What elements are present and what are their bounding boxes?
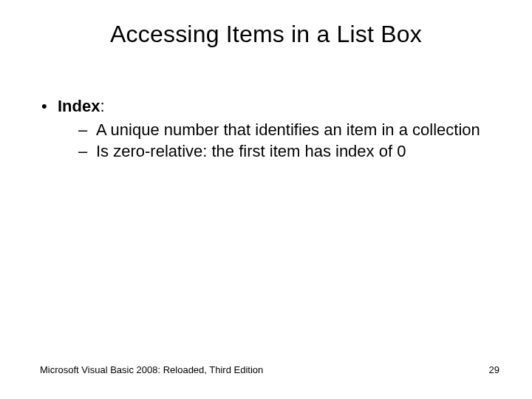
page-number: 29 — [489, 364, 499, 375]
slide: Accessing Items in a List Box Index: A u… — [0, 0, 532, 399]
bullet-term: Index — [58, 97, 100, 115]
bullet-term-colon: : — [100, 97, 104, 115]
bullet-level1: Index: — [40, 96, 488, 117]
slide-body: Index: A unique number that identifies a… — [40, 96, 488, 163]
bullet-level2: A unique number that identifies an item … — [40, 120, 488, 140]
bullet-level2: Is zero-relative: the first item has ind… — [40, 141, 488, 162]
slide-title: Accessing Items in a List Box — [0, 21, 532, 48]
footer-source: Microsoft Visual Basic 2008: Reloaded, T… — [40, 364, 263, 375]
